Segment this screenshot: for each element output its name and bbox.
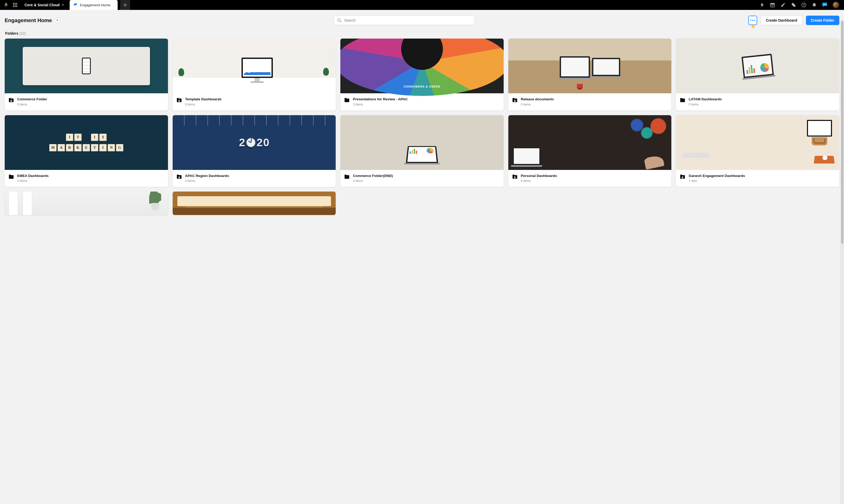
svg-rect-8 (16, 6, 17, 7)
folder-items: 0 items (521, 103, 554, 106)
svg-rect-1 (15, 3, 16, 4)
folder-card[interactable]: Ganesh Engagement Dashboards 1 item (676, 115, 839, 187)
svg-line-20 (340, 21, 341, 22)
folder-thumbnail: 220 (173, 115, 336, 170)
more-actions-button[interactable]: ••• 👆 (748, 16, 757, 25)
svg-rect-3 (13, 4, 14, 5)
page-body: Engagement Home ••• 👆 Create Dashboard C… (0, 10, 844, 504)
folder-items: 0 items (521, 179, 557, 183)
new-tab-button[interactable] (120, 0, 130, 10)
folder-icon (680, 97, 685, 103)
shared-folder-icon (8, 97, 14, 103)
title-dropdown[interactable] (54, 17, 60, 23)
ellipsis-icon: ••• (750, 18, 756, 22)
app-launcher-icon[interactable] (12, 1, 19, 8)
chat-icon (73, 3, 77, 7)
search-input[interactable] (344, 18, 471, 22)
cursor-icon: 👆 (751, 24, 755, 28)
folder-items: 1 item (689, 179, 745, 183)
folder-name: Ganesh Engagement Dashboards (689, 174, 745, 178)
page-title: Engagement Home (5, 17, 52, 23)
folder-items: 0 items (353, 179, 393, 183)
folder-icon (8, 174, 14, 180)
folder-items: 3 items (353, 103, 408, 106)
tab-engagement-home[interactable]: Engagement Home (70, 0, 118, 10)
folder-name: Presentations for Review - APAC (353, 97, 408, 102)
folder-card[interactable]: Commerce Folder(DND) 0 items (340, 115, 504, 187)
svg-text:05: 05 (772, 5, 774, 6)
svg-rect-10 (771, 3, 775, 4)
bell-icon[interactable] (812, 2, 817, 7)
section-count: (12) (19, 31, 26, 35)
folder-card[interactable]: Personal Dashboards 0 items (508, 115, 672, 187)
workspace-name: Core & Social Cloud (24, 3, 60, 7)
folder-thumbnail (508, 39, 672, 93)
folder-card[interactable]: LATAM Dashboards 0 items (676, 39, 839, 110)
folder-card[interactable]: Template Dashboards 0 items (173, 39, 336, 110)
folder-thumbnail: CONSUMERS & USERS (340, 39, 504, 93)
svg-rect-4 (15, 4, 16, 5)
search-icon (337, 18, 341, 22)
shared-folder-icon (512, 97, 518, 103)
folder-name: Commerce Folder(DND) (353, 174, 393, 178)
svg-rect-0 (13, 3, 14, 4)
messages-icon[interactable] (822, 2, 827, 7)
folder-items: 0 items (689, 103, 722, 106)
svg-point-21 (11, 100, 12, 101)
folders-grid: Commerce Folder 0 items Template Dashboa… (5, 39, 839, 215)
folder-name: Personal Dashboards (521, 174, 557, 178)
folder-name: LATAM Dashboards (689, 97, 722, 102)
svg-point-23 (514, 100, 515, 101)
svg-rect-6 (13, 6, 14, 7)
folder-name: EMEA Dashboards (17, 174, 49, 178)
folder-thumbnail: ITIS MARKETING (5, 115, 168, 170)
sprinklr-logo-icon[interactable] (3, 1, 10, 8)
svg-point-17 (824, 4, 825, 5)
folder-card[interactable]: Release documents 0 items (508, 39, 672, 110)
svg-point-25 (514, 176, 515, 177)
bolt-icon[interactable] (759, 2, 765, 7)
shared-folder-icon (680, 174, 685, 180)
svg-rect-12 (773, 3, 774, 4)
folder-thumbnail (5, 39, 168, 93)
folder-items: 3 items (17, 179, 49, 183)
folder-card[interactable] (173, 192, 336, 215)
user-avatar[interactable] (832, 2, 839, 8)
create-folder-button[interactable]: Create Folder (806, 16, 839, 25)
thumbnail-text: CONSUMERS & USERS (340, 85, 504, 88)
folder-thumbnail (340, 115, 504, 170)
svg-point-22 (179, 100, 180, 101)
shared-folder-icon (176, 174, 182, 180)
folder-card[interactable] (5, 192, 168, 215)
svg-rect-11 (771, 3, 772, 4)
folder-card[interactable]: ITIS MARKETING EMEA Dashboards 3 items (5, 115, 168, 187)
shared-folder-icon (176, 97, 182, 103)
search-bar[interactable] (334, 16, 475, 25)
folder-card[interactable]: Commerce Folder 0 items (5, 39, 168, 110)
folder-thumbnail (173, 39, 336, 93)
workspace-switcher[interactable]: Core & Social Cloud (21, 0, 68, 10)
create-dashboard-button[interactable]: Create Dashboard (761, 16, 802, 25)
calendar-icon[interactable]: 05 (770, 2, 775, 7)
phone-icon[interactable] (791, 2, 796, 7)
svg-rect-5 (16, 4, 17, 5)
folder-name: Template Dashboards (185, 97, 222, 102)
section-label: Folders (5, 31, 18, 35)
folder-thumbnail (676, 39, 839, 93)
chevron-down-icon (61, 3, 65, 6)
compose-icon[interactable] (780, 2, 786, 7)
folder-card[interactable]: 220 APAC Region Dashboards 0 items (173, 115, 336, 187)
section-folders-title: Folders (12) (5, 31, 839, 35)
svg-point-16 (823, 4, 824, 5)
svg-rect-2 (16, 3, 17, 4)
folder-card[interactable]: CONSUMERS & USERS Presentations for Revi… (340, 39, 504, 110)
help-icon[interactable]: ? (801, 2, 807, 7)
scrollbar[interactable] (840, 20, 844, 504)
shared-folder-icon (512, 174, 518, 180)
svg-text:?: ? (803, 3, 805, 6)
folder-items: 0 items (185, 179, 229, 183)
svg-rect-7 (15, 6, 16, 7)
folder-thumbnail (676, 115, 839, 170)
folder-thumbnail (5, 192, 168, 215)
folder-icon (344, 174, 350, 180)
